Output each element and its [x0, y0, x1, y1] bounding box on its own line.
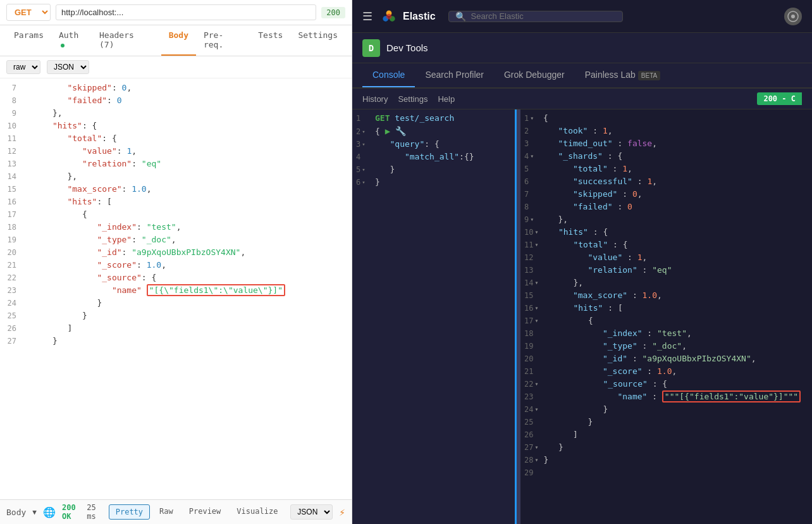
- res-line-22: 22▾ "_source" : {: [520, 378, 812, 390]
- res-line-7: 7 "skipped" : 0,: [520, 188, 812, 201]
- res-line-27: 27▾ }: [520, 441, 812, 454]
- search-icon: 🔍: [455, 11, 466, 22]
- tab-console[interactable]: Console: [362, 63, 415, 87]
- tab-params[interactable]: Params: [6, 25, 51, 56]
- tab-raw[interactable]: Raw: [153, 504, 180, 520]
- user-avatar[interactable]: [784, 8, 802, 25]
- console-area: 1 GET test/_search 2▾ {▶ 🔧 3▾ "query": {…: [352, 109, 812, 524]
- code-line-15: 15 "max_score": 1.0,: [0, 183, 352, 196]
- el-line-5: 5▾ }: [352, 163, 515, 176]
- res-line-17: 17▾ {: [520, 315, 812, 327]
- code-line-9: 9 },: [0, 107, 352, 120]
- format-select[interactable]: raw: [6, 60, 40, 74]
- globe-icon: 🌐: [43, 506, 56, 518]
- res-line-21: 21 "_score" : 1.0,: [520, 365, 812, 378]
- res-line-13: 13 "relation" : "eq": [520, 264, 812, 277]
- elastic-status-badge: 200 - C: [757, 92, 802, 105]
- svg-point-5: [791, 15, 795, 18]
- status-ok: 200 OK: [62, 503, 80, 521]
- svg-point-3: [386, 13, 392, 19]
- elastic-logo: Elastic: [380, 8, 436, 25]
- res-line-25: 25 }: [520, 416, 812, 428]
- res-line-23: 23 "name" : """[{"fields1":"value"}]""": [520, 390, 812, 403]
- filter-icon[interactable]: ⚡: [339, 506, 345, 518]
- dev-tools-icon: D: [362, 39, 380, 57]
- elastic-header: ☰ Elastic 🔍: [352, 0, 812, 33]
- res-line-12: 12 "value" : 1,: [520, 251, 812, 264]
- code-line-14: 14 },: [0, 170, 352, 183]
- tab-prereq[interactable]: Pre-req.: [196, 25, 250, 56]
- res-line-18: 18 "_index" : "test",: [520, 327, 812, 340]
- toolbar-history[interactable]: History: [362, 94, 388, 104]
- res-line-8: 8 "failed" : 0: [520, 201, 812, 213]
- code-line-27: 27 }: [0, 335, 352, 347]
- hamburger-menu[interactable]: ☰: [362, 9, 372, 23]
- code-line-17: 17 {: [0, 208, 352, 221]
- elastic-search-bar[interactable]: 🔍: [448, 11, 624, 22]
- right-panel: ☰ Elastic 🔍 D Dev Tools: [352, 0, 812, 524]
- response-time: 25 ms: [87, 503, 102, 521]
- method-select[interactable]: GET: [6, 4, 51, 21]
- elastic-title: Elastic: [403, 11, 436, 22]
- left-panel: GET 200 Params Auth Headers (7) Body Pre…: [0, 0, 352, 524]
- run-button[interactable]: ▶: [385, 126, 390, 136]
- wrench-button[interactable]: 🔧: [395, 126, 406, 136]
- tab-grok-debugger[interactable]: Grok Debugger: [494, 63, 575, 87]
- res-line-9: 9▾ },: [520, 213, 812, 226]
- console-response: 1▾ { 2 "took" : 1, 3 "timed_out" : false…: [520, 109, 812, 524]
- res-line-14: 14▾ },: [520, 277, 812, 289]
- res-line-15: 15 "max_score" : 1.0,: [520, 289, 812, 302]
- toolbar-help[interactable]: Help: [438, 94, 455, 104]
- console-editor: 1 GET test/_search 2▾ {▶ 🔧 3▾ "query": {…: [352, 109, 517, 524]
- toolbar-settings[interactable]: Settings: [398, 94, 428, 104]
- res-line-11: 11▾ "total" : {: [520, 239, 812, 251]
- el-line-4: 4 "match_all":{}: [352, 151, 515, 163]
- res-line-6: 6 "successful" : 1,: [520, 175, 812, 188]
- code-line-13: 13 "relation": "eq": [0, 158, 352, 170]
- res-line-2: 2 "took" : 1,: [520, 125, 812, 137]
- tab-search-profiler[interactable]: Search Profiler: [415, 63, 494, 87]
- tab-body[interactable]: Body: [161, 25, 196, 56]
- body-label: Body: [6, 508, 26, 517]
- left-status-badge: 200: [321, 7, 345, 18]
- search-input[interactable]: [471, 11, 617, 21]
- lang-select[interactable]: JSON: [47, 60, 89, 74]
- res-line-20: 20 "_id" : "a9pXqoUBbxPIbzOSY4XN",: [520, 352, 812, 365]
- el-line-1: 1 GET test/_search: [352, 112, 515, 125]
- res-line-28: 28▾ }: [520, 454, 812, 466]
- elastic-logo-icon: [380, 8, 398, 25]
- body-options: raw JSON: [0, 56, 352, 78]
- code-line-11: 11 "total": {: [0, 132, 352, 145]
- tab-preview[interactable]: Preview: [183, 504, 228, 520]
- res-line-29: 29: [520, 466, 812, 479]
- elastic-nav-tabs: Console Search Profiler Grok Debugger Pa…: [352, 63, 812, 89]
- tab-pretty[interactable]: Pretty: [109, 504, 150, 520]
- res-line-1: 1▾ {: [520, 112, 812, 125]
- tab-auth[interactable]: Auth: [51, 25, 92, 56]
- code-line-16: 16 "hits": [: [0, 196, 352, 208]
- el-line-6: 6▾ }: [352, 176, 515, 189]
- tab-tests[interactable]: Tests: [250, 25, 290, 56]
- res-line-24: 24▾ }: [520, 403, 812, 416]
- body-footer: Body ▼ 🌐 200 OK 25 ms Pretty Raw Preview…: [0, 499, 352, 524]
- tab-painless-lab[interactable]: Painless LabBETA: [575, 63, 671, 87]
- code-line-25: 25 }: [0, 309, 352, 322]
- code-line-7: 7 "skipped": 0,: [0, 82, 352, 94]
- code-line-24: 24 }: [0, 297, 352, 309]
- url-input[interactable]: [56, 4, 316, 20]
- response-format-tabs: Pretty Raw Preview Visualize: [109, 504, 285, 520]
- code-line-26: 26 ]: [0, 322, 352, 335]
- settings-icon: [787, 10, 799, 23]
- code-line-19: 19 "_type": "_doc",: [0, 234, 352, 246]
- dev-tools-bar: D Dev Tools: [352, 33, 812, 63]
- elastic-toolbar: History Settings Help 200 - C: [352, 89, 812, 109]
- el-line-3: 3▾ "query": {: [352, 138, 515, 151]
- res-line-16: 16▾ "hits" : [: [520, 302, 812, 315]
- dev-tools-title: Dev Tools: [386, 42, 428, 53]
- tab-visualize[interactable]: Visualize: [230, 504, 284, 520]
- res-line-5: 5 "total" : 1,: [520, 163, 812, 175]
- body-dropdown-icon[interactable]: ▼: [32, 508, 37, 516]
- tab-headers[interactable]: Headers (7): [92, 25, 161, 56]
- response-format-select[interactable]: JSON: [290, 504, 333, 520]
- tab-settings[interactable]: Settings: [290, 25, 345, 56]
